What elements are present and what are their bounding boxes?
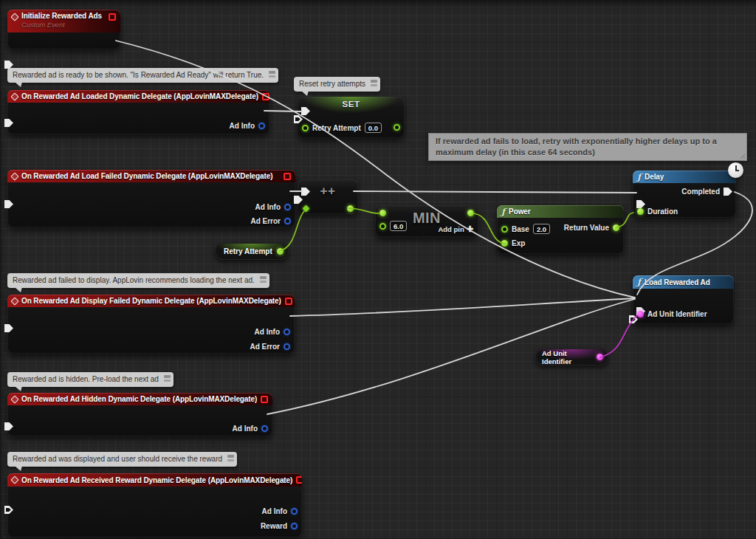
function-icon: ƒ [637, 173, 641, 182]
ad-unit-identifier-pin[interactable] [637, 311, 644, 317]
node-on-rewarded-ad-hidden[interactable]: On Rewarded Ad Hidden Dynamic Delegate (… [7, 393, 272, 436]
pin-label: Ad Info [233, 425, 258, 433]
variable-node-retry-attempt[interactable]: Retry Attempt [215, 243, 289, 260]
resize-handle-icon[interactable] [738, 152, 745, 159]
node-title: Power [509, 207, 531, 216]
comment-text: Rewarded ad failed to display. AppLovin … [13, 276, 255, 284]
ad-info-pin[interactable] [284, 329, 290, 335]
node-delay[interactable]: ƒ Delay Completed Duration [633, 171, 736, 218]
event-diamond-icon [10, 172, 18, 180]
exec-out-pin[interactable] [4, 422, 13, 430]
pin-label: Ad Info [262, 507, 287, 515]
ad-error-pin[interactable] [284, 343, 290, 350]
event-diamond-icon [10, 476, 18, 484]
node-title: On Rewarded Ad Display Failed Dynamic De… [21, 297, 281, 305]
node-on-rewarded-ad-loaded[interactable]: On Rewarded Ad Loaded Dynamic Delegate (… [7, 90, 269, 134]
pin-label: Ad Info [230, 122, 255, 130]
pin-label: Retry Attempt [312, 124, 361, 132]
exec-out-pin[interactable] [4, 506, 13, 514]
pin-label: Ad Info [255, 203, 281, 211]
node-initialize-rewarded-ads[interactable]: Initialize Rewarded Ads Custom Event [7, 10, 120, 49]
wire-increment-to-delay [354, 191, 636, 193]
exp-pin[interactable] [501, 240, 508, 247]
node-title: On Rewarded Ad Load Failed Dynamic Deleg… [21, 172, 272, 180]
node-increment[interactable]: ++ [298, 179, 358, 214]
node-min[interactable]: 6.0 MIN Add pin ✚ [375, 205, 478, 237]
node-title: Delay [645, 173, 664, 181]
pin-label: Base [512, 225, 529, 233]
exec-out-pin[interactable] [4, 324, 13, 332]
comment-bubble-hidden[interactable]: Rewarded ad is hidden. Pre-load the next… [7, 372, 173, 387]
variable-label: Retry Attempt [224, 247, 272, 255]
comment-bubble-ready[interactable]: Rewarded ad is ready to be shown. "Is Re… [7, 68, 278, 83]
delegate-pin[interactable] [284, 173, 291, 180]
variable-node-ad-unit-identifier[interactable]: Ad Unit Identifier [535, 349, 608, 365]
exec-out-pin[interactable] [4, 119, 13, 127]
latent-clock-icon [728, 162, 743, 178]
value-out-pin[interactable] [347, 205, 354, 212]
comment-bubble-reward[interactable]: Rewarded ad was displayed and user shoul… [7, 452, 237, 467]
bubble-pin-icon[interactable] [371, 80, 377, 86]
event-diamond-icon [10, 297, 18, 305]
node-power[interactable]: ƒ Power Base 2.0 Return Value Exp [497, 205, 624, 254]
node-title: Load Rewarded Ad [645, 278, 710, 286]
delegate-pin[interactable] [109, 13, 116, 21]
node-on-rewarded-ad-received-reward[interactable]: On Rewarded Ad Received Reward Dynamic D… [7, 473, 302, 538]
exec-out-pin[interactable] [4, 200, 13, 208]
completed-exec-out-pin[interactable] [724, 188, 732, 196]
return-value-pin[interactable] [613, 224, 619, 231]
variable-out-pin[interactable] [597, 354, 603, 360]
node-on-rewarded-ad-load-failed[interactable]: On Rewarded Ad Load Failed Dynamic Deleg… [7, 170, 295, 227]
pin-label: Ad Error [250, 217, 281, 225]
exec-out-pin[interactable] [4, 61, 13, 69]
delegate-pin[interactable] [285, 298, 292, 305]
ad-info-pin[interactable] [261, 425, 268, 432]
comment-text: If rewarded ad fails to load, retry with… [436, 137, 717, 157]
value-in-pin[interactable] [303, 205, 310, 213]
base-value-input[interactable]: 2.0 [533, 224, 550, 234]
add-pin-plus-icon: ✚ [467, 224, 473, 234]
bubble-pin-icon[interactable] [260, 276, 267, 283]
comment-bubble-reset-retry[interactable]: Reset retry attempts [294, 77, 380, 92]
bubble-pin-icon[interactable] [164, 375, 171, 382]
blueprint-canvas[interactable]: Rewarded ad is ready to be shown. "Is Re… [0, 0, 756, 539]
base-pin[interactable] [501, 226, 508, 233]
comment-text: Rewarded ad is hidden. Pre-load the next… [13, 375, 159, 383]
node-subtitle: Custom Event [21, 21, 102, 30]
exec-in-pin[interactable] [301, 107, 310, 115]
add-pin-button[interactable]: Add pin ✚ [438, 224, 473, 234]
node-load-rewarded-ad[interactable]: ƒ Load Rewarded Ad Ad Unit Identifier [633, 275, 734, 324]
delegate-pin[interactable] [262, 93, 269, 100]
node-title: On Rewarded Ad Loaded Dynamic Delegate (… [21, 92, 258, 100]
retry-attempt-in-pin[interactable] [302, 125, 309, 131]
node-set-retry-attempt[interactable]: SET Retry Attempt 0.0 [298, 97, 405, 138]
duration-pin[interactable] [637, 208, 644, 215]
wire-loaded-to-set [264, 111, 302, 111]
comment-box-retry-strategy[interactable]: If rewarded ad fails to load, retry with… [428, 133, 747, 161]
reward-pin[interactable] [291, 523, 298, 529]
pin-label: Duration [647, 207, 678, 216]
delegate-pin[interactable] [261, 396, 268, 403]
node-title: Initialize Rewarded Ads [21, 12, 102, 21]
node-title: On Rewarded Ad Hidden Dynamic Delegate (… [21, 395, 257, 403]
ad-info-pin[interactable] [284, 204, 291, 210]
event-diamond-icon [10, 395, 18, 403]
bubble-pin-icon[interactable] [227, 455, 234, 461]
retry-attempt-value-input[interactable]: 0.0 [365, 123, 382, 133]
ad-error-pin[interactable] [284, 218, 291, 224]
delegate-pin[interactable] [296, 476, 302, 484]
min-out-pin[interactable] [467, 210, 474, 216]
node-on-rewarded-ad-display-failed[interactable]: On Rewarded Ad Display Failed Dynamic De… [7, 295, 295, 354]
comment-text: Reset retry attempts [299, 80, 365, 88]
node-title: ++ [298, 184, 358, 199]
pin-label: Completed [681, 188, 720, 196]
pin-label: Exp [512, 239, 525, 247]
bubble-pin-icon[interactable] [269, 71, 275, 78]
ad-info-pin[interactable] [291, 508, 298, 515]
wire-display-failed-to-load-rewarded [290, 298, 635, 316]
comment-text: Rewarded ad was displayed and user shoul… [13, 455, 222, 463]
comment-bubble-display-failed[interactable]: Rewarded ad failed to display. AppLovin … [7, 273, 269, 288]
variable-out-pin[interactable] [277, 248, 284, 255]
retry-attempt-out-pin[interactable] [394, 124, 400, 131]
ad-info-pin[interactable] [258, 123, 265, 129]
